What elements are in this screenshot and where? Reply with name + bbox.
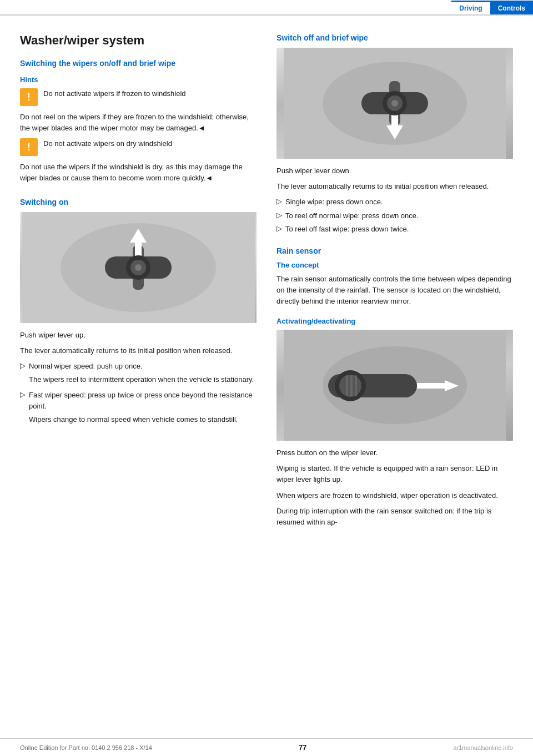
bullet-arrow-r3: ▷	[276, 224, 282, 233]
svg-rect-27	[355, 375, 357, 396]
bullet-normal-speed: ▷ Normal wiper speed: push up once.	[20, 361, 257, 372]
svg-rect-25	[346, 375, 348, 396]
rain-sensor-image	[276, 330, 513, 441]
page-footer: Online Edition for Part no. 0140 2 956 2…	[0, 738, 533, 756]
header-driving-label: Driving	[451, 1, 490, 14]
section-switching-title: Switching the wipers on/off and brief wi…	[20, 59, 257, 68]
bullet-arrow-2: ▷	[20, 390, 26, 399]
lever-returns-text-left: The lever automatically returns to its i…	[20, 345, 257, 356]
switching-on-image	[20, 212, 257, 323]
bullet-fast-speed-sub: Wipers change to normal speed when vehic…	[29, 414, 257, 425]
footer-watermark: ar1manualsonline.info	[453, 744, 513, 751]
svg-point-17	[391, 100, 398, 107]
section-spacer-1	[20, 189, 257, 198]
svg-rect-26	[350, 375, 353, 396]
hint2-text: Do not activate wipers on dry windshield	[43, 138, 257, 149]
lever-returns-text-right: The lever automatically returns to its i…	[276, 181, 513, 192]
bullet-normal-wipe: ▷ To reel off normal wipe: press down on…	[276, 210, 513, 221]
bullet-normal-wipe-text: To reel off normal wipe: press down once…	[285, 210, 419, 221]
section-spacer-3	[276, 311, 513, 317]
hint1-body: Do not reel on the wipers if they are fr…	[20, 112, 257, 134]
bullet-single-wipe: ▷ Single wipe: press down once.	[276, 196, 513, 208]
bullet-arrow-r1: ▷	[276, 197, 282, 205]
switching-on-title: Switching on	[20, 198, 257, 206]
hint-box-1: ! Do not activate wipers if frozen to wi…	[20, 88, 257, 106]
hint1-text: Do not activate wipers if frozen to wind…	[43, 88, 257, 99]
switch-off-title: Switch off and brief wipe	[276, 33, 513, 42]
hint-box-2: ! Do not activate wipers on dry windshie…	[20, 138, 257, 156]
concept-body-text: The rain sensor automatically controls t…	[276, 274, 513, 307]
bullet-normal-speed-text: Normal wiper speed: push up once.	[29, 361, 143, 372]
bullet-arrow-1: ▷	[20, 361, 26, 370]
svg-rect-21	[417, 383, 445, 389]
section-spacer-2	[276, 238, 513, 246]
bullet-fast-wipe-text: To reel off fast wipe: press down twice.	[285, 224, 409, 235]
bullet-fast-speed-text: Fast wiper speed: press up twice or pres…	[29, 390, 257, 411]
hint2-body: Do not use the wipers if the windshield …	[20, 162, 257, 184]
trip-interruption-text: During trip interruption with the rain s…	[276, 506, 513, 528]
activating-subtitle: Activating/deactivating	[276, 317, 513, 325]
svg-point-8	[135, 264, 142, 271]
footer-edition-text: Online Edition for Part no. 0140 2 956 2…	[20, 744, 152, 751]
bullet-fast-speed: ▷ Fast wiper speed: press up twice or pr…	[20, 390, 257, 411]
page-title: Washer/wiper system	[20, 33, 257, 48]
main-content: Washer/wiper system Switching the wipers…	[0, 16, 533, 555]
rain-sensor-title: Rain sensor	[276, 246, 513, 255]
right-column: Switch off and brief wipe Push wiper lev…	[276, 33, 513, 532]
bullet-fast-wipe: ▷ To reel off fast wipe: press down twic…	[276, 224, 513, 235]
push-lever-up-text: Push wiper lever up.	[20, 330, 257, 341]
press-button-text: Press button on the wiper lever.	[276, 447, 513, 458]
bullet-arrow-r2: ▷	[276, 211, 282, 219]
footer-page-number: 77	[299, 743, 306, 752]
left-column: Washer/wiper system Switching the wipers…	[20, 33, 257, 532]
hints-subtitle: Hints	[20, 75, 257, 84]
switch-off-image	[276, 48, 513, 159]
concept-subtitle: The concept	[276, 261, 513, 269]
wiping-started-text: Wiping is started. If the vehicle is equ…	[276, 463, 513, 485]
switching-section-title: Switching the wipers on/off and brief wi…	[20, 59, 257, 68]
warning-icon-1: !	[20, 88, 38, 106]
header-controls-label: Controls	[490, 1, 533, 14]
page-header: Driving Controls	[0, 0, 533, 16]
bullet-normal-speed-sub: The wipers reel to intermittent operatio…	[29, 374, 257, 385]
warning-icon-2: !	[20, 138, 38, 156]
frozen-text: When wipers are frozen to windshield, wi…	[276, 490, 513, 501]
push-lever-down-text: Push wiper lever down.	[276, 165, 513, 177]
bullet-single-wipe-text: Single wipe: press down once.	[285, 196, 383, 208]
